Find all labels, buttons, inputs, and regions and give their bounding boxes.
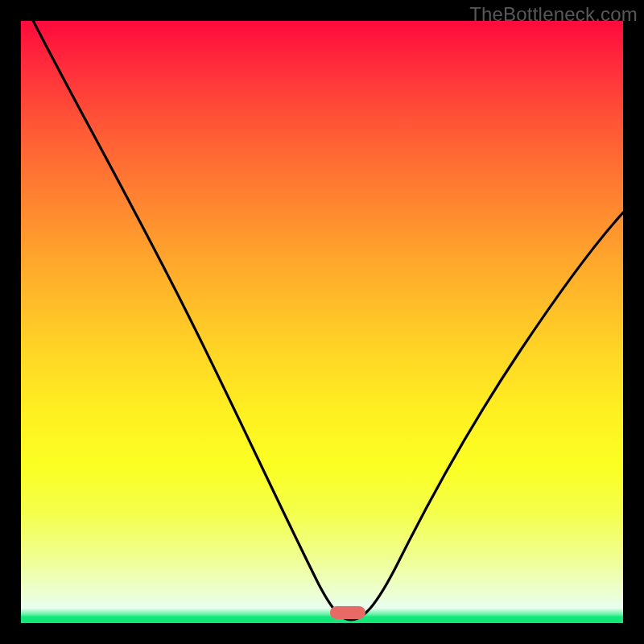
watermark-text: TheBottleneck.com (469, 3, 638, 26)
curve-path (21, 21, 623, 620)
optimal-marker (330, 606, 365, 619)
plot-area (21, 21, 623, 623)
bottleneck-curve (21, 21, 623, 623)
